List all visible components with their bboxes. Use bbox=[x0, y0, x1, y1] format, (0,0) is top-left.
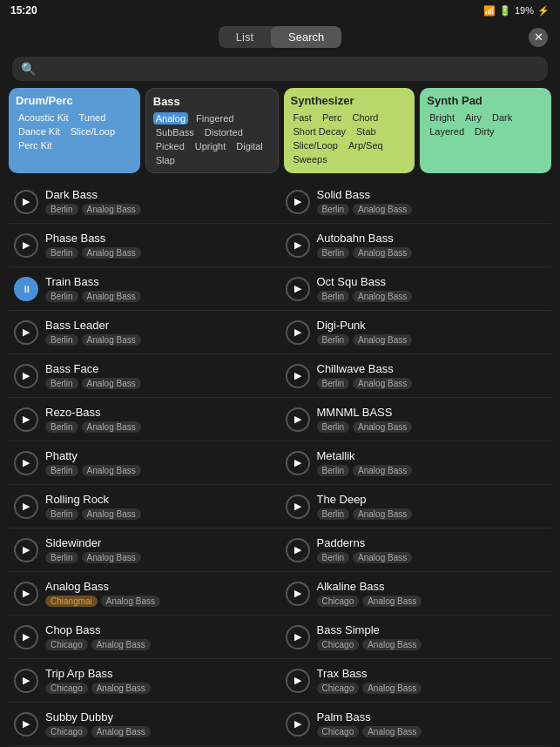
preset-row[interactable]: ▶MetallikBerlinAnalog Bass bbox=[280, 441, 552, 485]
cat-item-fast[interactable]: Fast bbox=[291, 111, 314, 124]
play-button[interactable]: ▶ bbox=[286, 625, 310, 649]
play-button[interactable]: ▶ bbox=[14, 233, 38, 258]
cat-item-tuned[interactable]: Tuned bbox=[76, 111, 108, 124]
cat-item-sweeps[interactable]: Sweeps bbox=[291, 153, 330, 165]
play-button[interactable]: ▶ bbox=[286, 320, 310, 345]
preset-row[interactable]: ▶Bass FaceBerlinAnalog Bass bbox=[9, 354, 280, 398]
preset-row[interactable]: ▶Bass LeaderBerlinAnalog Bass bbox=[9, 311, 280, 354]
tag: Berlin bbox=[317, 378, 350, 389]
tag: Chicago bbox=[45, 683, 88, 694]
play-button[interactable]: ▶ bbox=[14, 320, 38, 345]
cat-item-arp-seq[interactable]: Arp/Seq bbox=[346, 139, 386, 151]
play-button[interactable]: ▶ bbox=[286, 407, 310, 432]
preset-row[interactable]: ▶Trip Arp BassChicagoAnalog Bass bbox=[9, 659, 280, 703]
category-bass-title: Bass bbox=[153, 95, 271, 108]
preset-row[interactable]: ▶PhattyBerlinAnalog Bass bbox=[9, 441, 280, 485]
play-button[interactable]: ▶ bbox=[14, 364, 38, 388]
search-input[interactable] bbox=[41, 62, 539, 76]
preset-row[interactable]: ▶Dark BassBerlinAnalog Bass bbox=[9, 180, 280, 224]
preset-row[interactable]: ▶Rezo-BassBerlinAnalog Bass bbox=[9, 398, 280, 441]
play-button[interactable]: ▶ bbox=[286, 712, 310, 737]
tag: Berlin bbox=[317, 247, 350, 259]
play-button[interactable]: ▶ bbox=[14, 625, 38, 649]
cat-item-picked[interactable]: Picked bbox=[153, 140, 187, 152]
cat-item-fingered[interactable]: Fingered bbox=[193, 112, 236, 124]
preset-row[interactable]: ▶Rolling RockBerlinAnalog Bass bbox=[9, 485, 280, 528]
play-button[interactable]: ▶ bbox=[14, 407, 38, 432]
cat-item-slap[interactable]: Slap bbox=[153, 154, 178, 166]
preset-row[interactable]: ▶Palm BassChicagoAnalog Bass bbox=[280, 703, 552, 746]
cat-item-slice-loop-synth[interactable]: Slice/Loop bbox=[291, 139, 341, 151]
preset-row[interactable]: ▶Bass SimpleChicagoAnalog Bass bbox=[280, 616, 552, 659]
preset-row[interactable]: ▶Phase BassBerlinAnalog Bass bbox=[9, 224, 280, 267]
preset-row[interactable]: ▶Alkaline BassChicagoAnalog Bass bbox=[280, 572, 552, 616]
cat-item-digital[interactable]: Digital bbox=[233, 140, 266, 152]
preset-row[interactable]: ▶Subby DubbyChicagoAnalog Bass bbox=[9, 703, 280, 746]
cat-item-layered[interactable]: Layered bbox=[427, 125, 467, 138]
preset-row[interactable]: ▶Digi-PunkBerlinAnalog Bass bbox=[280, 311, 552, 354]
cat-item-analog[interactable]: Analog bbox=[153, 112, 188, 124]
play-button[interactable]: ▶ bbox=[14, 451, 38, 475]
play-button[interactable]: ▶ bbox=[286, 451, 310, 475]
play-button[interactable]: ▶ bbox=[14, 538, 38, 562]
cat-item-stab[interactable]: Stab bbox=[354, 125, 379, 138]
preset-row[interactable]: ▶Solid BassBerlinAnalog Bass bbox=[280, 180, 552, 224]
tag: Analog Bass bbox=[353, 247, 412, 259]
tab-list[interactable]: List bbox=[219, 26, 271, 48]
play-button[interactable]: ▶ bbox=[14, 582, 38, 606]
play-button[interactable]: ▶ bbox=[286, 582, 310, 606]
play-button[interactable]: ▶ bbox=[286, 364, 310, 388]
cat-item-chord[interactable]: Chord bbox=[350, 111, 381, 124]
play-button[interactable]: ▶ bbox=[286, 495, 310, 519]
preset-row[interactable]: ▶Chop BassChicagoAnalog Bass bbox=[9, 616, 280, 659]
play-button[interactable]: ▶ bbox=[14, 495, 38, 519]
cat-item-perc[interactable]: Perc bbox=[320, 111, 345, 124]
play-button[interactable]: ▶ bbox=[14, 190, 38, 214]
preset-info: Solid BassBerlinAnalog Bass bbox=[317, 188, 413, 215]
preset-row[interactable]: ▶MMNML BASSBerlinAnalog Bass bbox=[280, 398, 552, 441]
preset-name: Autobahn Bass bbox=[317, 232, 413, 245]
cat-item-subbass[interactable]: SubBass bbox=[153, 126, 197, 138]
cat-item-upright[interactable]: Upright bbox=[192, 140, 228, 152]
preset-row[interactable]: ⏸Train BassBerlinAnalog Bass bbox=[9, 267, 280, 311]
preset-info: PaddernsBerlinAnalog Bass bbox=[317, 536, 413, 563]
preset-tags: BerlinAnalog Bass bbox=[45, 247, 141, 259]
cat-item-dance-kit[interactable]: Dance Kit bbox=[16, 125, 63, 138]
preset-row[interactable]: ▶PaddernsBerlinAnalog Bass bbox=[280, 528, 552, 572]
cat-item-acoustic-kit[interactable]: Acoustic Kit bbox=[16, 111, 71, 124]
play-button[interactable]: ▶ bbox=[286, 190, 310, 214]
preset-info: Autobahn BassBerlinAnalog Bass bbox=[317, 232, 413, 259]
category-synthpad[interactable]: Synth Pad Bright Airy Dark Layered Dirty bbox=[420, 88, 551, 173]
cat-item-airy[interactable]: Airy bbox=[462, 111, 484, 124]
close-button[interactable]: ✕ bbox=[529, 28, 548, 47]
cat-item-perc-kit[interactable]: Perc Kit bbox=[16, 139, 55, 151]
cat-item-bright[interactable]: Bright bbox=[427, 111, 457, 124]
play-button[interactable]: ▶ bbox=[286, 233, 310, 258]
preset-row[interactable]: ▶Chillwave BassBerlinAnalog Bass bbox=[280, 354, 552, 398]
play-button[interactable]: ▶ bbox=[14, 712, 38, 737]
cat-item-short-decay[interactable]: Short Decay bbox=[291, 125, 349, 138]
cat-item-dark[interactable]: Dark bbox=[489, 111, 515, 124]
preset-row[interactable]: ▶The DeepBerlinAnalog Bass bbox=[280, 485, 552, 528]
search-bar[interactable]: 🔍 bbox=[12, 57, 548, 81]
category-synth[interactable]: Synthesizer Fast Perc Chord Short Decay … bbox=[284, 88, 415, 173]
category-bass[interactable]: Bass Analog Fingered SubBass Distorted P… bbox=[145, 88, 279, 173]
play-button[interactable]: ▶ bbox=[286, 538, 310, 562]
preset-row[interactable]: ▶Analog BassChiangmaiAnalog Bass bbox=[9, 572, 280, 616]
preset-name: Trax Bass bbox=[317, 667, 422, 680]
preset-name: Rezo-Bass bbox=[45, 406, 141, 419]
cat-item-distorted[interactable]: Distorted bbox=[202, 126, 246, 138]
preset-row[interactable]: ▶SidewinderBerlinAnalog Bass bbox=[9, 528, 280, 572]
tab-search[interactable]: Search bbox=[271, 26, 341, 48]
preset-name: MMNML BASS bbox=[317, 406, 413, 419]
play-button[interactable]: ▶ bbox=[286, 669, 310, 693]
preset-row[interactable]: ▶Oct Squ BassBerlinAnalog Bass bbox=[280, 267, 552, 311]
play-button[interactable]: ▶ bbox=[286, 277, 310, 301]
category-drum[interactable]: Drum/Perc Acoustic Kit Tuned Dance Kit S… bbox=[9, 88, 140, 173]
preset-row[interactable]: ▶Autobahn BassBerlinAnalog Bass bbox=[280, 224, 552, 267]
play-button[interactable]: ⏸ bbox=[14, 277, 38, 301]
cat-item-dirty[interactable]: Dirty bbox=[472, 125, 497, 138]
play-button[interactable]: ▶ bbox=[14, 669, 38, 693]
preset-row[interactable]: ▶Trax BassChicagoAnalog Bass bbox=[280, 659, 552, 703]
cat-item-slice-loop-drum[interactable]: Slice/Loop bbox=[68, 125, 118, 138]
